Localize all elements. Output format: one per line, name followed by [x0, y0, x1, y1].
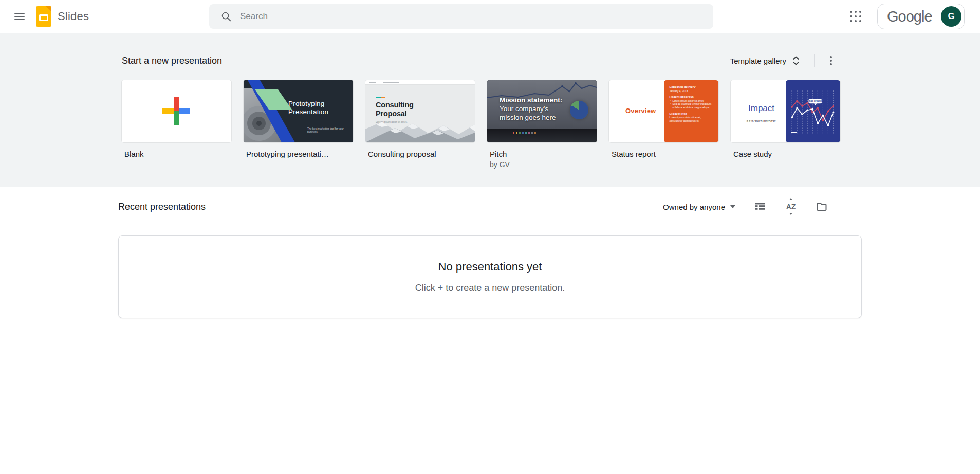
panel-heading: Recent progress [670, 95, 714, 98]
search-bar[interactable] [209, 4, 713, 29]
prototyping-thumbnail: Prototyping Presentation The best market… [244, 80, 353, 142]
template-card-status-report[interactable]: Overview Expected delivery January 4, 20… [609, 80, 718, 169]
thumb-line3: mission goes here [500, 113, 562, 122]
mountains-art [365, 116, 475, 142]
panel-dash [670, 137, 676, 138]
template-label: Consulting proposal [368, 150, 475, 158]
sort-options-button[interactable]: AZ [780, 195, 802, 218]
top-app-bar: Slides Google G [0, 0, 980, 33]
slides-logo-icon [36, 6, 51, 27]
ownership-filter-label: Owned by anyone [663, 203, 725, 211]
search-input[interactable] [240, 11, 706, 22]
thumb-title-line1: Prototyping [288, 100, 328, 108]
thumb-header-bar [365, 80, 475, 85]
case-study-thumbnail: Impact XX% sales increase [731, 80, 840, 142]
panel-heading: Expected delivery [670, 85, 714, 88]
chart-callout-label: max growth [808, 100, 822, 102]
template-card-case-study[interactable]: Impact XX% sales increase [731, 80, 840, 169]
template-label: Prototyping presentati… [246, 150, 353, 158]
dock-icons [513, 132, 536, 134]
panel-heading: Biggest risk [670, 112, 714, 115]
thumb-line1: Mission statement: [500, 96, 562, 104]
app-title: Slides [58, 10, 89, 23]
google-apps-button[interactable] [845, 6, 866, 27]
kebab-icon [830, 56, 832, 58]
list-view-icon [754, 200, 766, 213]
new-presentation-plus-icon [162, 97, 190, 125]
recent-presentations-section: Recent presentations Owned by anyone [0, 187, 980, 318]
more-options-button[interactable] [822, 51, 840, 70]
hamburger-icon [14, 11, 25, 22]
panel-text: January 4, 20XX [670, 89, 714, 93]
chart-panel: max growth [786, 80, 841, 142]
template-label: Pitch [490, 150, 597, 158]
list-view-button[interactable] [749, 195, 771, 218]
empty-state-title: No presentations yet [438, 260, 542, 274]
laptop-base [487, 129, 597, 142]
thumb-subtitle: The best marketing tool for your busines… [307, 127, 353, 133]
panel-bullet: Sed do eiusmod tempor incididunt ut labo… [670, 102, 714, 110]
template-label: Status report [612, 150, 718, 158]
consulting-thumbnail: Consulting Proposal Lorem ipsum dolor si… [365, 80, 475, 142]
slides-home-link[interactable]: Slides [36, 6, 89, 27]
template-card-blank[interactable]: Blank [122, 80, 231, 169]
pie-chart-art [570, 101, 588, 119]
divider [814, 54, 815, 67]
empty-state-subtitle: Click + to create a new presentation. [415, 283, 565, 294]
expand-gallery-icon [792, 56, 800, 65]
google-wordmark: Google [887, 8, 932, 25]
thumb-title-line1: Consulting [376, 101, 414, 110]
template-card-consulting[interactable]: Consulting Proposal Lorem ipsum dolor si… [365, 80, 475, 169]
thumb-slide-title: Overview [625, 107, 656, 115]
ownership-filter-dropdown[interactable]: Owned by anyone [658, 198, 741, 215]
status-panel: Expected delivery January 4, 20XX Recent… [664, 80, 719, 142]
panel-text: Lorem ipsum dolor sit amet, consectetur … [670, 116, 714, 122]
template-gallery-button[interactable]: Template gallery [725, 52, 805, 69]
start-section-title: Start a new presentation [122, 56, 222, 66]
template-gallery-label: Template gallery [730, 57, 786, 65]
panel-bullet: Lorem ipsum dolor sit amet [670, 99, 714, 103]
blank-thumbnail [122, 80, 231, 142]
search-icon [220, 11, 232, 22]
template-label: Case study [733, 150, 840, 158]
open-file-picker-button[interactable] [810, 195, 833, 218]
template-card-pitch[interactable]: Mission statement: Your company's missio… [487, 80, 597, 169]
pitch-thumbnail: Mission statement: Your company's missio… [487, 80, 597, 142]
zigzag-chart-art: max growth [786, 80, 840, 142]
sort-az-icon: AZ [784, 200, 798, 213]
thumb-slide-subtitle: XX% sales increase [746, 119, 776, 123]
dropdown-arrow-icon [730, 205, 735, 208]
accent-dash [376, 97, 385, 98]
apps-grid-icon [850, 11, 861, 22]
empty-state-card: No presentations yet Click + to create a… [118, 235, 862, 318]
folder-icon [816, 200, 828, 213]
google-account-button[interactable]: Google G [877, 4, 965, 29]
status-report-thumbnail: Overview Expected delivery January 4, 20… [609, 80, 718, 142]
template-card-prototyping[interactable]: Prototyping Presentation The best market… [244, 80, 353, 169]
start-new-presentation-section: Start a new presentation Template galler… [0, 33, 980, 187]
thumb-slide-title: Impact [748, 103, 774, 114]
account-avatar: G [941, 6, 961, 27]
template-label: Blank [124, 150, 231, 158]
template-byline: by GV [490, 160, 597, 169]
thumb-line2: Your company's [500, 104, 562, 113]
thumb-title-line2: Presentation [288, 108, 328, 116]
recent-section-title: Recent presentations [118, 202, 206, 212]
main-menu-button[interactable] [7, 4, 32, 29]
template-cards-row: Blank [122, 80, 840, 169]
